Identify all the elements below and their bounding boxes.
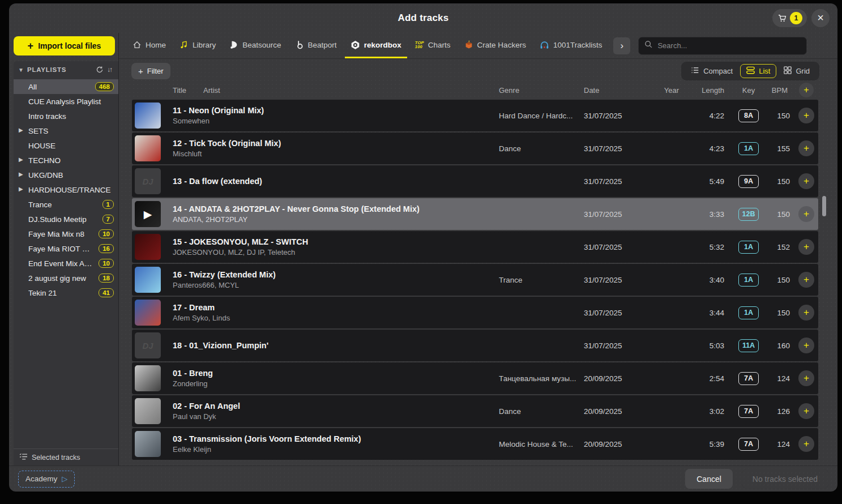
column-header-key[interactable]: Key bbox=[731, 86, 766, 95]
playlist-name: Faye Mia Mix n8 bbox=[28, 230, 95, 238]
column-header-title[interactable]: Title bbox=[173, 86, 186, 95]
search-input[interactable] bbox=[657, 41, 801, 50]
sort-icon[interactable]: ↓↑ bbox=[107, 66, 113, 74]
column-header-genre[interactable]: Genre bbox=[499, 86, 584, 95]
source-tabs: Home Library Beatsource bbox=[119, 33, 837, 59]
tab-beatport[interactable]: Beatport bbox=[289, 33, 343, 58]
track-title: 12 - Tick Tock (Original Mix) bbox=[173, 139, 499, 148]
column-header-length[interactable]: Length bbox=[686, 86, 731, 95]
add-tracks-dialog: Add tracks 1 × + Import local files ▼ PL… bbox=[9, 3, 837, 492]
playlists-panel: ▼ PLAYLISTS ↓↑ ▶ All 468 bbox=[14, 61, 118, 465]
add-all-button[interactable]: + bbox=[799, 83, 814, 97]
expand-caret-icon[interactable]: ▶ bbox=[19, 127, 23, 133]
album-art bbox=[135, 234, 161, 260]
expand-caret-icon[interactable]: ▶ bbox=[19, 186, 23, 192]
cart-icon bbox=[777, 13, 787, 23]
tab-1001tracklists[interactable]: 1001Tracklists bbox=[534, 33, 608, 58]
table-row[interactable]: DJ 18 - 01_Vizionn_Pumpin' 31/07/2025 bbox=[132, 330, 818, 361]
list-view-icon bbox=[746, 66, 755, 76]
filter-button[interactable]: + Filter bbox=[131, 63, 170, 79]
track-artist: Afem Syko, Linds bbox=[173, 314, 499, 322]
add-track-button[interactable]: + bbox=[798, 436, 814, 452]
collapse-caret-icon[interactable]: ▼ bbox=[18, 67, 24, 73]
add-track-button[interactable]: + bbox=[798, 338, 814, 353]
column-header-bpm[interactable]: BPM bbox=[766, 86, 794, 95]
track-date: 20/09/2025 bbox=[584, 407, 646, 416]
playlist-item[interactable]: ▶ DJ.Studio Meetip 7 bbox=[14, 212, 118, 227]
playlist-item[interactable]: ▶ CUE Analysis Playlist bbox=[14, 94, 118, 109]
album-art: DJ bbox=[135, 168, 161, 194]
playlist-item[interactable]: ▶ Tekin 21 41 bbox=[14, 285, 118, 300]
play-button[interactable]: ▶ bbox=[135, 201, 161, 227]
track-length: 5:49 bbox=[686, 177, 731, 186]
import-local-files-button[interactable]: + Import local files bbox=[14, 36, 115, 55]
add-track-button[interactable]: + bbox=[798, 140, 814, 156]
view-grid-button[interactable]: Grid bbox=[777, 64, 816, 78]
tab-label: rekordbox bbox=[364, 41, 401, 49]
track-artist: Panteros666, MCYL bbox=[173, 281, 499, 289]
album-art: ▶ bbox=[135, 201, 161, 227]
table-row[interactable]: 15 - JOKESONYOU, MLZ - SWITCH JOKESONYOU… bbox=[132, 231, 818, 263]
cart-button[interactable]: 1 bbox=[772, 9, 807, 27]
tab-rekordbox[interactable]: rekordbox bbox=[345, 33, 407, 58]
table-row[interactable]: 11 - Neon (Original Mix) Somewhen Hard D… bbox=[132, 100, 818, 131]
table-row[interactable]: 02 - For An Angel Paul van Dyk Dance 20/… bbox=[132, 395, 818, 427]
add-track-button[interactable]: + bbox=[798, 370, 814, 386]
view-compact-button[interactable]: Compact bbox=[685, 64, 739, 78]
playlist-item[interactable]: ▶ Faye Mia RIOT Relate ... 16 bbox=[14, 241, 118, 256]
playlist-item[interactable]: ▶ SETS bbox=[14, 123, 118, 138]
table-row[interactable]: 01 - Breng Zonderling Танцевальная музы.… bbox=[132, 362, 818, 394]
tab-crate-hackers[interactable]: Crate Hackers bbox=[459, 33, 532, 58]
track-date: 31/07/2025 bbox=[584, 243, 646, 251]
tab-charts[interactable]: TOP100 Charts bbox=[409, 33, 456, 58]
playlist-item[interactable]: ▶ HARDHOUSE/TRANCE bbox=[14, 182, 118, 197]
view-list-button[interactable]: List bbox=[740, 64, 776, 78]
column-header-artist[interactable]: Artist bbox=[203, 86, 220, 95]
more-tabs-button[interactable]: › bbox=[613, 37, 630, 54]
column-header-year[interactable]: Year bbox=[646, 86, 686, 95]
playlist-item[interactable]: ▶ TECHNO bbox=[14, 153, 118, 168]
table-row[interactable]: ▶ 14 - ANDATA & 2HOT2PLAY - Never Gonna … bbox=[132, 198, 818, 230]
crate-icon bbox=[464, 40, 473, 49]
expand-caret-icon[interactable]: ▶ bbox=[19, 171, 23, 177]
playlist-item[interactable]: ▶ All 468 bbox=[14, 79, 118, 94]
add-track-button[interactable]: + bbox=[798, 239, 814, 255]
playlist-item[interactable]: ▶ HOUSE bbox=[14, 138, 118, 153]
placeholder-logo: DJ bbox=[135, 332, 161, 358]
playlist-item[interactable]: ▶ 2 august gig new 18 bbox=[14, 271, 118, 285]
cancel-button[interactable]: Cancel bbox=[685, 469, 733, 489]
playlist-item[interactable]: ▶ UKG/DNB bbox=[14, 168, 118, 182]
track-title: 14 - ANDATA & 2HOT2PLAY - Never Gonna St… bbox=[173, 204, 499, 213]
playlist-count-badge: 10 bbox=[99, 229, 114, 238]
add-track-button[interactable]: + bbox=[798, 206, 814, 222]
add-track-button[interactable]: + bbox=[798, 108, 814, 123]
playlist-item[interactable]: ▶ End Event Mix AFTER... 10 bbox=[14, 256, 118, 271]
add-track-button[interactable]: + bbox=[798, 403, 814, 419]
add-track-button[interactable]: + bbox=[798, 173, 814, 189]
academy-button[interactable]: Academy ▷ bbox=[18, 471, 75, 488]
tab-beatsource[interactable]: Beatsource bbox=[224, 33, 287, 58]
key-badge: 7A bbox=[738, 405, 759, 418]
table-row[interactable]: 03 - Transmission (Joris Voorn Extended … bbox=[132, 428, 818, 460]
playlist-item[interactable]: ▶ Intro tracks bbox=[14, 109, 118, 123]
table-row[interactable]: 17 - Dream Afem Syko, Linds 31/07/2025 3… bbox=[132, 297, 818, 328]
playlist-item[interactable]: ▶ Faye Mia Mix n8 10 bbox=[14, 227, 118, 241]
scrollbar-thumb[interactable] bbox=[822, 196, 826, 216]
tab-home[interactable]: Home bbox=[127, 33, 172, 58]
table-row[interactable]: DJ 13 - Da flow (extended) 31/07/2025 bbox=[132, 165, 818, 197]
academy-button-label: Academy bbox=[25, 475, 57, 483]
table-row[interactable]: 12 - Tick Tock (Original Mix) Mischluft … bbox=[132, 133, 818, 164]
refresh-icon[interactable] bbox=[96, 66, 104, 74]
confirm-button[interactable]: No tracks selected bbox=[742, 469, 828, 489]
selected-tracks-toggle[interactable]: Selected tracks bbox=[14, 449, 118, 465]
expand-caret-icon[interactable]: ▶ bbox=[19, 156, 23, 163]
table-row[interactable]: 16 - Twizzy (Extended Mix) Panteros666, … bbox=[132, 264, 818, 296]
playlist-item[interactable]: ▶ Trance 1 bbox=[14, 197, 118, 212]
column-header-date[interactable]: Date bbox=[584, 86, 646, 95]
close-button[interactable]: × bbox=[811, 9, 830, 27]
add-track-button[interactable]: + bbox=[798, 272, 814, 288]
tab-library[interactable]: Library bbox=[174, 33, 221, 58]
tab-label: Crate Hackers bbox=[477, 41, 526, 49]
album-art bbox=[135, 398, 161, 424]
add-track-button[interactable]: + bbox=[798, 305, 814, 321]
